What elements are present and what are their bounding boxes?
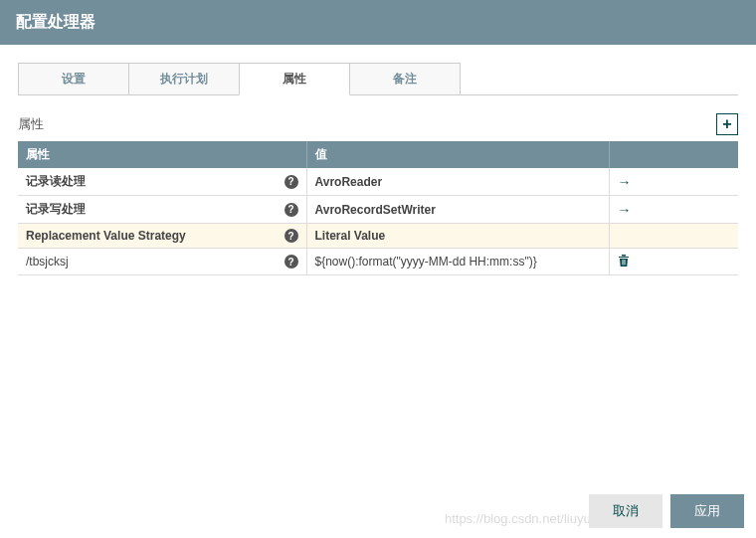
dialog-body: 设置 执行计划 属性 备注 属性 + 属性 值 记录读处理 ?: [0, 45, 756, 275]
tab-settings[interactable]: 设置: [18, 63, 129, 94]
column-header-action: [609, 141, 738, 168]
help-icon[interactable]: ?: [284, 229, 298, 243]
help-icon[interactable]: ?: [284, 203, 298, 217]
cancel-button[interactable]: 取消: [589, 494, 662, 528]
property-value[interactable]: ${now():format("yyyy-MM-dd HH:mm:ss")}: [315, 255, 537, 269]
property-name: /tbsjcksj: [26, 255, 69, 269]
table-row[interactable]: Replacement Value Strategy ? Literal Val…: [18, 224, 738, 249]
column-header-name: 属性: [18, 141, 306, 168]
tab-scheduling[interactable]: 执行计划: [128, 63, 240, 94]
property-value[interactable]: AvroRecordSetWriter: [315, 203, 436, 217]
property-value[interactable]: Literal Value: [315, 229, 386, 243]
help-icon[interactable]: ?: [284, 175, 298, 189]
goto-icon[interactable]: →: [618, 202, 632, 218]
goto-icon[interactable]: →: [618, 174, 632, 190]
delete-icon[interactable]: [618, 254, 630, 267]
help-icon[interactable]: ?: [284, 255, 298, 269]
tab-bar: 设置 执行计划 属性 备注: [18, 63, 738, 95]
dialog-footer: 取消 应用: [589, 484, 756, 538]
property-name: 记录写处理: [26, 201, 86, 218]
dialog-title: 配置处理器: [0, 0, 756, 45]
tab-properties[interactable]: 属性: [239, 63, 350, 95]
property-name: 记录读处理: [26, 173, 86, 190]
section-title: 属性: [18, 115, 44, 133]
add-property-button[interactable]: +: [716, 113, 738, 135]
table-row[interactable]: /tbsjcksj ? ${now():format("yyyy-MM-dd H…: [18, 249, 738, 275]
plus-icon: +: [722, 115, 731, 133]
apply-button[interactable]: 应用: [670, 494, 744, 528]
table-row[interactable]: 记录读处理 ? AvroReader →: [18, 168, 738, 196]
properties-table: 属性 值 记录读处理 ? AvroReader → 记录写处理: [18, 141, 738, 275]
column-header-value: 值: [306, 141, 609, 168]
table-row[interactable]: 记录写处理 ? AvroRecordSetWriter →: [18, 196, 738, 224]
tab-comments[interactable]: 备注: [349, 63, 461, 94]
section-header: 属性 +: [18, 113, 738, 135]
property-name: Replacement Value Strategy: [26, 229, 186, 243]
property-value[interactable]: AvroReader: [315, 175, 383, 189]
